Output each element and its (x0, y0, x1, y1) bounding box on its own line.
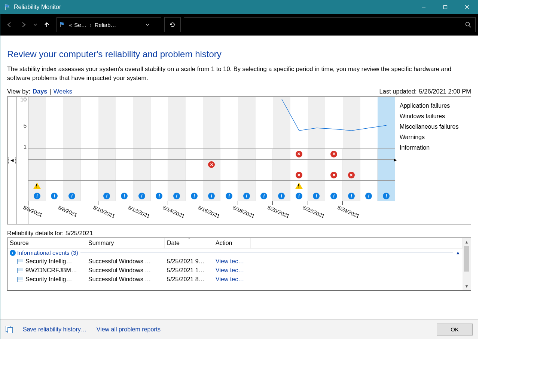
maximize-button[interactable] (434, 0, 456, 14)
chart-cell[interactable] (256, 160, 273, 170)
chart-cell[interactable] (186, 191, 203, 201)
chart-cell[interactable] (133, 149, 151, 159)
chart-cell[interactable] (273, 181, 290, 191)
chart-cell[interactable] (81, 181, 98, 191)
chart-cell[interactable] (220, 170, 238, 180)
chart-cell[interactable] (63, 149, 81, 159)
chart-cell[interactable] (28, 160, 46, 170)
chart-cell[interactable] (46, 191, 64, 201)
column-header[interactable]: Action (213, 238, 251, 248)
chart-cell[interactable] (46, 181, 64, 191)
chart-cell[interactable] (325, 191, 343, 201)
scroll-right-button[interactable]: ▶ (394, 154, 397, 165)
chart-cell[interactable] (273, 149, 290, 159)
view-days-link[interactable]: Days (33, 88, 47, 95)
chart-cell[interactable] (290, 181, 308, 191)
chart-cell[interactable] (378, 181, 395, 191)
chart-cell[interactable] (63, 181, 81, 191)
chart-cell[interactable] (168, 181, 186, 191)
column-header[interactable]: Date (165, 238, 213, 248)
forward-button[interactable] (17, 18, 30, 31)
scroll-up-icon[interactable]: ▲ (463, 238, 471, 246)
view-details-link[interactable]: View tec… (213, 276, 251, 283)
chart-cell[interactable] (238, 191, 256, 201)
chart-cell[interactable] (308, 191, 326, 201)
table-row[interactable]: 9WZDNCRFJBM…Successful Windows …5/25/202… (7, 266, 463, 275)
chart-cell[interactable] (343, 170, 360, 180)
save-history-link[interactable]: Save reliability history… (23, 326, 87, 333)
chart-cell[interactable] (238, 149, 256, 159)
chart-cell[interactable] (63, 191, 81, 201)
chart-cell[interactable] (98, 160, 116, 170)
chart-cell[interactable] (186, 149, 203, 159)
chart-cell[interactable] (238, 160, 256, 170)
close-button[interactable] (456, 0, 478, 14)
chart-cell[interactable] (220, 191, 238, 201)
chart-cell[interactable] (308, 149, 326, 159)
scroll-down-icon[interactable]: ▼ (463, 282, 471, 290)
chart-cell[interactable] (63, 170, 81, 180)
chart-cell[interactable] (203, 191, 221, 201)
chart-cell[interactable] (343, 181, 360, 191)
breadcrumb-segment[interactable]: Se… (74, 22, 86, 28)
chart-cell[interactable] (290, 191, 308, 201)
chart-cell[interactable] (308, 170, 326, 180)
chart-cell[interactable] (81, 191, 98, 201)
chart-cell[interactable] (116, 170, 133, 180)
chart-cell[interactable] (168, 160, 186, 170)
chart-cell[interactable] (360, 160, 378, 170)
chart-cell[interactable] (151, 170, 168, 180)
address-bar[interactable]: « Se… › Reliab… (57, 17, 161, 32)
chart-cell[interactable] (46, 160, 64, 170)
chart-cell[interactable] (325, 160, 343, 170)
chart-cell[interactable] (343, 191, 360, 201)
chart-cell[interactable] (133, 160, 151, 170)
chart-cell[interactable] (343, 160, 360, 170)
ok-button[interactable]: OK (437, 324, 473, 336)
chart-cell[interactable] (186, 181, 203, 191)
chart-cell[interactable] (360, 181, 378, 191)
chart-cell[interactable] (81, 149, 98, 159)
chart-cell[interactable] (151, 149, 168, 159)
chart-cell[interactable] (360, 191, 378, 201)
chart-cell[interactable] (325, 181, 343, 191)
breadcrumb-segment[interactable]: Reliab… (95, 22, 116, 28)
chart-cell[interactable] (256, 149, 273, 159)
view-all-reports-link[interactable]: View all problem reports (97, 326, 161, 333)
chart-cell[interactable] (325, 170, 343, 180)
chart-cell[interactable] (360, 170, 378, 180)
back-button[interactable] (3, 18, 16, 31)
chart-cell[interactable] (98, 191, 116, 201)
chart-cell[interactable] (133, 181, 151, 191)
chart-cell[interactable] (220, 160, 238, 170)
table-row[interactable]: Security Intellig…Successful Windows …5/… (7, 275, 463, 284)
chart-cell[interactable] (378, 191, 395, 201)
chart-cell[interactable] (151, 181, 168, 191)
group-header[interactable]: Informational events (3)▲ (7, 249, 463, 257)
chart-cell[interactable] (203, 181, 221, 191)
chart-cell[interactable] (116, 181, 133, 191)
chart-cell[interactable] (360, 149, 378, 159)
chart-cell[interactable] (28, 149, 46, 159)
chart-cell[interactable] (46, 170, 64, 180)
chart-cell[interactable] (290, 160, 308, 170)
chart-cell[interactable] (98, 181, 116, 191)
chart-cell[interactable] (343, 149, 360, 159)
chart-cell[interactable] (28, 170, 46, 180)
table-row[interactable]: Security Intellig…Successful Windows …5/… (7, 257, 463, 266)
chart-cell[interactable] (151, 191, 168, 201)
chart-cell[interactable] (116, 149, 133, 159)
chart-cell[interactable] (378, 170, 395, 180)
scroll-left-button[interactable]: ◀ (7, 97, 16, 224)
chart-cell[interactable] (308, 160, 326, 170)
chart-cell[interactable] (28, 181, 46, 191)
minimize-button[interactable] (413, 0, 434, 14)
chart-cell[interactable] (168, 170, 186, 180)
chart-cell[interactable] (98, 170, 116, 180)
chart-cell[interactable] (203, 170, 221, 180)
chart-cell[interactable] (308, 181, 326, 191)
chart-cell[interactable] (273, 191, 290, 201)
chart-cell[interactable] (63, 160, 81, 170)
column-header[interactable]: Source (7, 238, 86, 248)
scrollbar[interactable]: ▲ ▼ (463, 238, 471, 290)
